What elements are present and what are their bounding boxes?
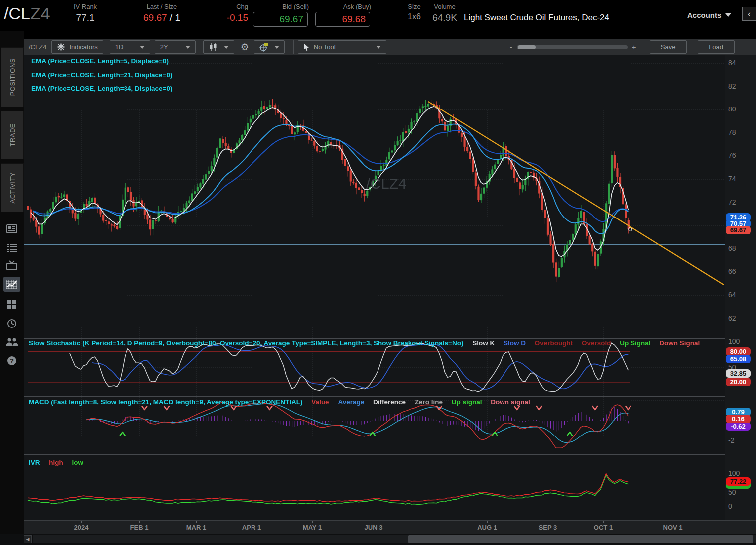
tool-select[interactable]: No Tool — [298, 40, 386, 54]
stochastic-params: Slow Stochastic (K Period=14, D Period=9… — [29, 339, 463, 347]
tab-label: TRADE — [9, 123, 16, 147]
price-tick-label: 78 — [728, 128, 736, 136]
help-icon: ? — [7, 356, 17, 366]
zoom-out-button[interactable]: - — [505, 43, 517, 51]
chart-watermark: /CLZ4 — [366, 175, 407, 192]
chart-settings-button[interactable]: ⚙ — [239, 40, 251, 54]
timeframe-value: 1D — [115, 43, 124, 51]
chart-canvas[interactable] — [24, 55, 725, 520]
price-tick-label: 64 — [728, 291, 736, 299]
chevron-down-icon — [274, 46, 279, 49]
bid-button[interactable]: 69.67 — [253, 12, 308, 27]
sidebar-item-media[interactable] — [3, 258, 20, 273]
tv-icon — [6, 260, 17, 270]
sidebar-item-grid[interactable] — [3, 297, 20, 312]
svg-text:?: ? — [10, 357, 14, 365]
chevron-down-icon — [725, 13, 731, 17]
stoch-k-badge: 32.85 — [726, 369, 751, 378]
chart-toolbar: /CLZ4 Indicators 1D 2Y ⚙ No Tool - + Sav… — [24, 39, 756, 55]
price-tick-label: 66 — [728, 267, 736, 275]
indicators-button[interactable]: Indicators — [51, 40, 103, 54]
ema-badge-blue-1: 71.26 — [726, 213, 751, 221]
sidebar-item-chart[interactable] — [3, 277, 20, 292]
ivr-low-label: low — [72, 459, 84, 466]
time-axis-label: AUG 1 — [477, 524, 497, 531]
time-tick-mark — [139, 521, 140, 523]
legend-slow-d: Slow D — [504, 339, 526, 347]
macd-difference-badge: -0.62 — [726, 422, 751, 431]
chart-area — [24, 55, 725, 520]
legend-macd-value: Value — [311, 398, 329, 406]
time-tick-mark — [252, 521, 252, 523]
price-tick-label: 82 — [728, 82, 736, 90]
scrollbar-thumb[interactable] — [408, 535, 753, 543]
range-value: 2Y — [160, 43, 168, 51]
ivr-high-badge: 77.22 — [726, 477, 751, 486]
legend-up-signal: Up Signal — [620, 339, 650, 347]
timeframe-select[interactable]: 1D — [110, 40, 150, 54]
sidebar-tab-positions[interactable]: POSITIONS — [1, 47, 24, 107]
time-axis-label: JUN 3 — [365, 524, 383, 531]
iv-rank-value: 77.1 — [64, 12, 107, 23]
scrollbar-track[interactable] — [33, 535, 756, 543]
macd-value-badge: 0.16 — [726, 415, 751, 423]
ivr-axis-50: 50 — [728, 488, 736, 496]
accounts-label: Accounts — [687, 11, 721, 19]
chevron-down-icon — [224, 46, 229, 49]
tool-value: No Tool — [314, 43, 336, 51]
time-axis-label: OCT 1 — [594, 524, 613, 531]
price-tick-label: 62 — [728, 314, 736, 322]
symbol-logo: /CLZ4 — [4, 4, 50, 23]
time-axis-label: NOV 1 — [663, 524, 682, 531]
header-bar: /CLZ4 IV Rank 77.1 Last / Size 69.67 / 1… — [0, 0, 756, 31]
load-button[interactable]: Load — [698, 40, 735, 54]
scroll-left-button[interactable]: ◀ — [24, 535, 32, 543]
chevron-left-icon: ‹ — [748, 9, 751, 19]
legend-macd-up-signal: Up signal — [452, 398, 482, 406]
last-size-label: Last / Size — [125, 3, 199, 10]
price-axis[interactable]: 848280787674727068666462 71.26 70.57 69.… — [725, 55, 756, 520]
instrument-title: Light Sweet Crude Oil Futures, Dec-24 — [464, 13, 609, 23]
sidebar-item-watchlist[interactable] — [3, 240, 20, 255]
stochastic-legend: Slow Stochastic (K Period=14, D Period=9… — [29, 339, 724, 347]
range-select[interactable]: 2Y — [155, 40, 196, 54]
price-tick-label: 74 — [728, 175, 736, 183]
ask-button[interactable]: 69.68 — [315, 12, 370, 27]
sidebar-item-history[interactable] — [3, 316, 20, 331]
sidebar-item-news[interactable] — [3, 221, 20, 236]
sidebar-tab-activity[interactable]: ACTIVITY — [1, 163, 24, 212]
time-tick-mark — [196, 521, 197, 523]
sidebar-tab-trade[interactable]: TRADE — [1, 111, 24, 159]
ivr-legend: IVR high low — [29, 459, 83, 466]
symbol-month: Z4 — [30, 4, 50, 23]
indicators-label: Indicators — [69, 43, 97, 51]
price-tick-label: 84 — [728, 59, 736, 67]
toolbar-divider — [293, 40, 294, 54]
zoom-slider[interactable] — [517, 45, 628, 49]
legend-macd-down-signal: Down signal — [491, 398, 530, 406]
time-axis-label: FEB 1 — [130, 524, 149, 531]
time-tick-mark — [673, 521, 673, 523]
save-button[interactable]: Save — [650, 40, 687, 54]
legend-macd-average: Average — [338, 398, 364, 406]
sidebar-item-help[interactable]: ? — [3, 353, 20, 368]
toolbar-symbol: /CLZ4 — [29, 43, 46, 51]
zoom-in-button[interactable]: + — [628, 43, 641, 51]
ivr-axis-100: 100 — [728, 469, 740, 477]
load-label: Load — [709, 43, 723, 51]
stoch-d-badge: 65.08 — [726, 355, 751, 363]
list-icon — [6, 243, 17, 252]
time-axis[interactable]: 2024FEB 1MAR 1APR 1MAY 1JUN 3AUG 1SEP 3O… — [24, 520, 756, 534]
collapse-panel-button[interactable]: ‹ — [742, 7, 756, 21]
legend-macd-zeroline: Zero line — [415, 398, 443, 406]
sidebar-item-social[interactable] — [3, 334, 20, 349]
drawing-tools-select[interactable] — [254, 40, 285, 54]
time-tick-mark — [487, 521, 488, 523]
chart-type-select[interactable] — [203, 40, 234, 54]
iv-rank-label: IV Rank — [64, 3, 107, 10]
volume-value: 64.9K — [429, 12, 460, 23]
symbol-root: /CL — [4, 4, 30, 23]
accounts-menu[interactable]: Accounts — [687, 11, 731, 19]
zoom-slider-thumb[interactable] — [518, 45, 536, 49]
ask-label: Ask (Buy) — [315, 3, 371, 10]
